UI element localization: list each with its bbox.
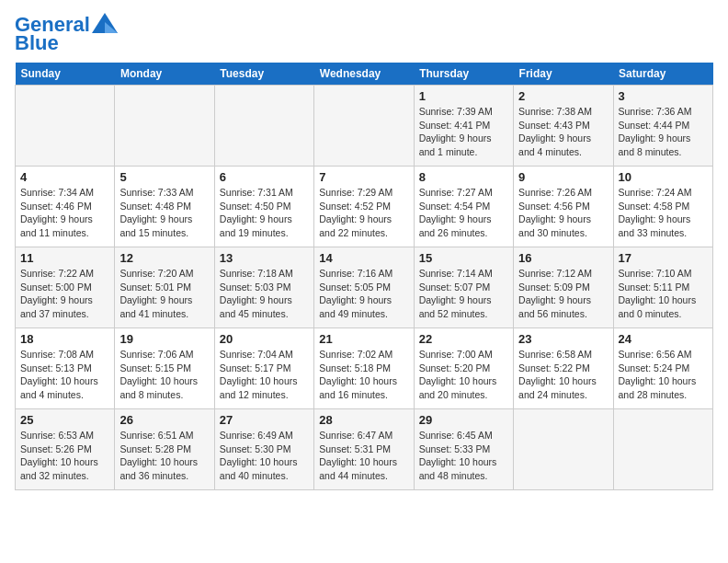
calendar-cell: 27Sunrise: 6:49 AM Sunset: 5:30 PM Dayli… <box>214 409 313 490</box>
calendar-cell: 4Sunrise: 7:34 AM Sunset: 4:46 PM Daylig… <box>16 167 115 247</box>
calendar-cell <box>115 86 214 167</box>
day-info: Sunrise: 7:24 AM Sunset: 4:58 PM Dayligh… <box>619 186 708 240</box>
day-number: 14 <box>319 251 408 265</box>
day-number: 7 <box>319 170 408 184</box>
calendar-cell: 5Sunrise: 7:33 AM Sunset: 4:48 PM Daylig… <box>115 167 214 247</box>
day-number: 6 <box>220 170 309 184</box>
weekday-header: Tuesday <box>214 63 313 86</box>
calendar-cell: 19Sunrise: 7:06 AM Sunset: 5:15 PM Dayli… <box>115 328 214 409</box>
day-info: Sunrise: 6:53 AM Sunset: 5:26 PM Dayligh… <box>20 429 109 483</box>
calendar-cell: 1Sunrise: 7:39 AM Sunset: 4:41 PM Daylig… <box>414 86 513 167</box>
day-number: 28 <box>319 413 408 427</box>
calendar-cell <box>314 86 414 167</box>
day-info: Sunrise: 7:00 AM Sunset: 5:20 PM Dayligh… <box>419 348 508 402</box>
day-info: Sunrise: 7:08 AM Sunset: 5:13 PM Dayligh… <box>20 348 109 402</box>
calendar-cell: 16Sunrise: 7:12 AM Sunset: 5:09 PM Dayli… <box>514 247 613 328</box>
weekday-header: Wednesday <box>314 63 414 86</box>
calendar-body: 1Sunrise: 7:39 AM Sunset: 4:41 PM Daylig… <box>16 86 713 490</box>
day-info: Sunrise: 6:47 AM Sunset: 5:31 PM Dayligh… <box>319 429 408 483</box>
calendar-week-row: 18Sunrise: 7:08 AM Sunset: 5:13 PM Dayli… <box>16 328 713 409</box>
day-info: Sunrise: 7:29 AM Sunset: 4:52 PM Dayligh… <box>319 186 408 240</box>
day-number: 2 <box>518 89 608 103</box>
day-info: Sunrise: 7:27 AM Sunset: 4:54 PM Dayligh… <box>419 186 508 240</box>
weekday-header: Friday <box>514 63 613 86</box>
day-number: 26 <box>119 413 209 427</box>
day-info: Sunrise: 7:31 AM Sunset: 4:50 PM Dayligh… <box>220 186 309 240</box>
day-info: Sunrise: 7:06 AM Sunset: 5:15 PM Dayligh… <box>119 348 209 402</box>
day-number: 18 <box>20 332 109 346</box>
day-info: Sunrise: 7:34 AM Sunset: 4:46 PM Dayligh… <box>20 186 109 240</box>
calendar-cell: 29Sunrise: 6:45 AM Sunset: 5:33 PM Dayli… <box>414 409 513 490</box>
day-number: 23 <box>518 332 608 346</box>
calendar-cell: 6Sunrise: 7:31 AM Sunset: 4:50 PM Daylig… <box>214 167 313 247</box>
day-number: 29 <box>419 413 508 427</box>
day-info: Sunrise: 7:10 AM Sunset: 5:11 PM Dayligh… <box>619 267 708 321</box>
calendar-cell <box>214 86 313 167</box>
day-info: Sunrise: 7:14 AM Sunset: 5:07 PM Dayligh… <box>419 267 508 321</box>
day-number: 15 <box>419 251 508 265</box>
calendar-cell: 25Sunrise: 6:53 AM Sunset: 5:26 PM Dayli… <box>16 409 115 490</box>
day-info: Sunrise: 7:02 AM Sunset: 5:18 PM Dayligh… <box>319 348 408 402</box>
calendar-week-row: 4Sunrise: 7:34 AM Sunset: 4:46 PM Daylig… <box>16 167 713 247</box>
calendar-cell: 14Sunrise: 7:16 AM Sunset: 5:05 PM Dayli… <box>314 247 414 328</box>
day-info: Sunrise: 6:49 AM Sunset: 5:30 PM Dayligh… <box>220 429 309 483</box>
day-number: 17 <box>619 251 708 265</box>
day-number: 4 <box>20 170 109 184</box>
day-number: 8 <box>419 170 508 184</box>
calendar-cell <box>514 409 613 490</box>
day-number: 19 <box>119 332 209 346</box>
calendar-cell: 24Sunrise: 6:56 AM Sunset: 5:24 PM Dayli… <box>613 328 712 409</box>
weekday-header: Thursday <box>414 63 513 86</box>
day-number: 25 <box>20 413 109 427</box>
day-info: Sunrise: 7:22 AM Sunset: 5:00 PM Dayligh… <box>20 267 109 321</box>
day-info: Sunrise: 6:56 AM Sunset: 5:24 PM Dayligh… <box>619 348 708 402</box>
calendar-cell <box>16 86 115 167</box>
day-info: Sunrise: 7:18 AM Sunset: 5:03 PM Dayligh… <box>220 267 309 321</box>
page-header: General Blue <box>15 15 713 55</box>
day-info: Sunrise: 6:45 AM Sunset: 5:33 PM Dayligh… <box>419 429 508 483</box>
day-number: 13 <box>220 251 309 265</box>
day-info: Sunrise: 6:58 AM Sunset: 5:22 PM Dayligh… <box>518 348 608 402</box>
calendar-cell: 11Sunrise: 7:22 AM Sunset: 5:00 PM Dayli… <box>16 247 115 328</box>
calendar-cell: 9Sunrise: 7:26 AM Sunset: 4:56 PM Daylig… <box>514 167 613 247</box>
calendar-cell: 12Sunrise: 7:20 AM Sunset: 5:01 PM Dayli… <box>115 247 214 328</box>
header-row: SundayMondayTuesdayWednesdayThursdayFrid… <box>16 63 713 86</box>
day-info: Sunrise: 7:39 AM Sunset: 4:41 PM Dayligh… <box>419 105 508 159</box>
calendar-header: SundayMondayTuesdayWednesdayThursdayFrid… <box>16 63 713 86</box>
calendar-week-row: 11Sunrise: 7:22 AM Sunset: 5:00 PM Dayli… <box>16 247 713 328</box>
day-number: 22 <box>419 332 508 346</box>
calendar-cell: 20Sunrise: 7:04 AM Sunset: 5:17 PM Dayli… <box>214 328 313 409</box>
day-number: 5 <box>119 170 209 184</box>
day-number: 9 <box>518 170 608 184</box>
day-number: 16 <box>518 251 608 265</box>
calendar-cell: 15Sunrise: 7:14 AM Sunset: 5:07 PM Dayli… <box>414 247 513 328</box>
day-info: Sunrise: 7:26 AM Sunset: 4:56 PM Dayligh… <box>518 186 608 240</box>
day-number: 3 <box>619 89 708 103</box>
day-info: Sunrise: 7:12 AM Sunset: 5:09 PM Dayligh… <box>518 267 608 321</box>
logo-icon <box>92 13 118 33</box>
day-info: Sunrise: 6:51 AM Sunset: 5:28 PM Dayligh… <box>119 429 209 483</box>
weekday-header: Monday <box>115 63 214 86</box>
calendar-cell: 2Sunrise: 7:38 AM Sunset: 4:43 PM Daylig… <box>514 86 613 167</box>
day-number: 10 <box>619 170 708 184</box>
calendar-table: SundayMondayTuesdayWednesdayThursdayFrid… <box>15 63 713 490</box>
calendar-week-row: 1Sunrise: 7:39 AM Sunset: 4:41 PM Daylig… <box>16 86 713 167</box>
calendar-cell: 28Sunrise: 6:47 AM Sunset: 5:31 PM Dayli… <box>314 409 414 490</box>
calendar-cell <box>613 409 712 490</box>
calendar-cell: 8Sunrise: 7:27 AM Sunset: 4:54 PM Daylig… <box>414 167 513 247</box>
weekday-header: Sunday <box>16 63 115 86</box>
day-info: Sunrise: 7:38 AM Sunset: 4:43 PM Dayligh… <box>518 105 608 159</box>
day-info: Sunrise: 7:20 AM Sunset: 5:01 PM Dayligh… <box>119 267 209 321</box>
day-number: 24 <box>619 332 708 346</box>
logo: General Blue <box>15 15 118 55</box>
calendar-cell: 22Sunrise: 7:00 AM Sunset: 5:20 PM Dayli… <box>414 328 513 409</box>
day-info: Sunrise: 7:16 AM Sunset: 5:05 PM Dayligh… <box>319 267 408 321</box>
calendar-cell: 18Sunrise: 7:08 AM Sunset: 5:13 PM Dayli… <box>16 328 115 409</box>
day-number: 20 <box>220 332 309 346</box>
day-number: 12 <box>119 251 209 265</box>
day-number: 1 <box>419 89 508 103</box>
day-number: 27 <box>220 413 309 427</box>
day-info: Sunrise: 7:04 AM Sunset: 5:17 PM Dayligh… <box>220 348 309 402</box>
calendar-week-row: 25Sunrise: 6:53 AM Sunset: 5:26 PM Dayli… <box>16 409 713 490</box>
day-number: 11 <box>20 251 109 265</box>
